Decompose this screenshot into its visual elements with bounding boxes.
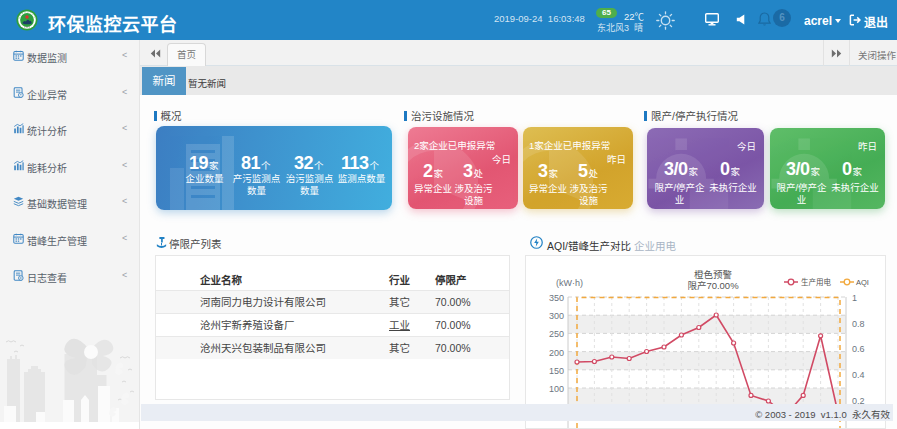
svg-text:100: 100 [549,384,564,394]
svg-text:250: 250 [549,329,564,339]
svg-text:生产用电: 生产用电 [801,277,831,287]
svg-text:0.8: 0.8 [852,319,865,329]
svg-text:(kW·h): (kW·h) [556,278,583,288]
svg-text:1: 1 [852,293,857,303]
svg-text:150: 150 [549,366,564,376]
svg-text:限产70.00%: 限产70.00% [687,280,739,291]
svg-text:200: 200 [549,348,564,358]
svg-text:350: 350 [549,293,564,303]
svg-text:AQI: AQI [856,278,869,287]
svg-text:0.6: 0.6 [852,344,865,354]
svg-text:橙色预警: 橙色预警 [694,269,733,280]
svg-text:0.4: 0.4 [852,370,865,380]
svg-text:300: 300 [549,311,564,321]
